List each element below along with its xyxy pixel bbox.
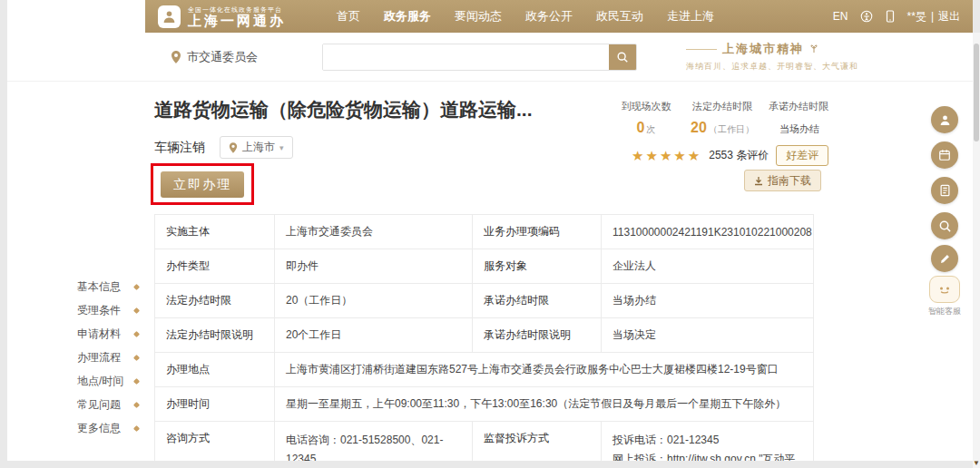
anchor-item-basic-info[interactable]: 基本信息 bbox=[77, 275, 139, 298]
calendar-float-button[interactable] bbox=[931, 141, 958, 169]
search-float-button[interactable] bbox=[931, 212, 958, 239]
bullet-icon bbox=[133, 283, 140, 289]
table-row: 法定办结时限 20（工作日） 承诺办结时限 当场办结 bbox=[155, 284, 814, 318]
search-icon bbox=[938, 219, 952, 233]
location-pin-icon bbox=[229, 142, 238, 153]
divider: | bbox=[931, 10, 934, 23]
bullet-icon bbox=[133, 330, 140, 336]
pencil-icon bbox=[939, 253, 951, 265]
star-rating: ★★★★★ bbox=[632, 148, 701, 164]
city-spirit-title-row: 上海城市精神 bbox=[686, 41, 904, 57]
scrollbar-thumb[interactable] bbox=[974, 44, 979, 141]
anchor-item-process[interactable]: 办理流程 bbox=[77, 346, 139, 369]
sprout-icon bbox=[809, 44, 818, 54]
bullet-icon bbox=[133, 377, 140, 384]
region-value: 上海市 bbox=[242, 140, 275, 155]
service-subrow: 车辆注销 上海市 ▾ bbox=[154, 136, 293, 159]
site-logo[interactable]: 全国一体化在线政务服务平台 上海一网通办 bbox=[145, 5, 286, 28]
anchor-nav: 基本信息 受理条件 申请材料 办理流程 地点/时间 常见问题 更多信息 bbox=[77, 275, 139, 440]
form-float-button[interactable] bbox=[931, 177, 958, 204]
table-row: 办件类型 即办件 服务对象 企业法人 bbox=[155, 249, 814, 284]
sub-header: 市交通委员会 上海城市精神 海纳百川、追求卓越、开明睿智、大气谦和 bbox=[7, 33, 973, 82]
document-icon bbox=[939, 184, 951, 197]
screen: 全国一体化在线政务服务平台 上海一网通办 首页 政务服务 要闻动态 政务公开 政… bbox=[0, 0, 980, 468]
metric-statutory-limit: 法定办结时限 20（工作日） bbox=[684, 100, 760, 136]
table-row: 法定办结时限说明 20个工作日 承诺办结时限说明 当场决定 bbox=[155, 318, 814, 353]
chevron-down-icon: ▾ bbox=[279, 143, 284, 152]
search-button[interactable] bbox=[609, 44, 636, 70]
main-nav: 首页 政务服务 要闻动态 政务公开 政民互动 走进上海 bbox=[337, 8, 714, 24]
robot-face-icon bbox=[929, 276, 960, 303]
search-icon bbox=[616, 51, 629, 63]
calendar-icon bbox=[938, 149, 951, 161]
scroll-down-button[interactable]: ▼ bbox=[973, 457, 980, 468]
user-float-button[interactable] bbox=[931, 106, 958, 133]
site-name: 上海一网通办 bbox=[188, 14, 286, 28]
nav-item-disclosure[interactable]: 政务公开 bbox=[525, 8, 573, 24]
accessibility-icon[interactable] bbox=[860, 10, 873, 23]
city-spirit-text: 海纳百川、追求卓越、开明睿智、大气谦和 bbox=[686, 61, 904, 73]
lang-toggle[interactable]: EN bbox=[833, 10, 848, 23]
search-box bbox=[322, 44, 637, 71]
table-row: 办理地点 上海市黄浦区打浦桥街道建国东路527号上海市交通委员会行政服务中心巴士… bbox=[155, 353, 814, 387]
username[interactable]: **旻 bbox=[907, 9, 926, 24]
nav-item-services[interactable]: 政务服务 bbox=[384, 8, 431, 24]
department-label: 市交通委员会 bbox=[171, 49, 258, 65]
location-pin-icon bbox=[171, 51, 181, 63]
header-right: EN **旻 | 退出 bbox=[833, 9, 973, 24]
region-selector[interactable]: 上海市 ▾ bbox=[220, 136, 293, 159]
nav-item-about[interactable]: 走进上海 bbox=[667, 8, 714, 24]
bullet-icon bbox=[133, 307, 140, 313]
service-info-table: 实施主体 上海市交通委员会 业务办理项编码 11310000002421191K… bbox=[154, 214, 814, 461]
metric-visits: 到现场次数 0次 bbox=[608, 100, 684, 136]
anchor-item-faq[interactable]: 常见问题 bbox=[77, 393, 139, 416]
service-sub-item: 车辆注销 bbox=[154, 140, 205, 156]
nav-item-interaction[interactable]: 政民互动 bbox=[596, 8, 643, 24]
nav-item-home[interactable]: 首页 bbox=[337, 8, 360, 24]
search-input[interactable] bbox=[323, 44, 609, 70]
logo-text: 全国一体化在线政务服务平台 上海一网通办 bbox=[188, 5, 286, 28]
bullet-icon bbox=[133, 401, 140, 407]
user-icon bbox=[938, 113, 952, 127]
scrollbar[interactable] bbox=[973, 33, 980, 468]
review-button[interactable]: 好差评 bbox=[776, 145, 828, 166]
anchor-item-acceptance[interactable]: 受理条件 bbox=[77, 298, 139, 322]
review-count: 2553 条评价 bbox=[709, 148, 769, 163]
edit-float-button[interactable] bbox=[931, 245, 958, 272]
anchor-item-location-time[interactable]: 地点/时间 bbox=[77, 369, 139, 393]
anchor-item-more[interactable]: 更多信息 bbox=[77, 416, 139, 440]
download-icon bbox=[754, 176, 763, 186]
department-name: 市交通委员会 bbox=[187, 49, 258, 65]
page: 全国一体化在线政务服务平台 上海一网通办 首页 政务服务 要闻动态 政务公开 政… bbox=[7, 0, 973, 461]
metric-promised-limit: 承诺办结时限 当场办结 bbox=[760, 100, 837, 136]
city-spirit: 上海城市精神 海纳百川、追求卓越、开明睿智、大气谦和 bbox=[686, 41, 904, 73]
smart-service-label: 智能客服 bbox=[924, 306, 965, 317]
user-area: **旻 | 退出 bbox=[907, 9, 960, 24]
guide-download-button[interactable]: 指南下载 bbox=[744, 170, 821, 191]
anchor-item-materials[interactable]: 申请材料 bbox=[77, 322, 139, 346]
bullet-icon bbox=[133, 424, 140, 431]
smart-service-button[interactable]: 智能客服 bbox=[924, 276, 965, 317]
logout-button[interactable]: 退出 bbox=[938, 9, 960, 24]
service-title: 道路货物运输（除危险货物运输）道路运输... bbox=[154, 97, 608, 122]
table-row: 实施主体 上海市交通委员会 业务办理项编码 11310000002421191K… bbox=[155, 215, 814, 249]
decorative-dash bbox=[686, 49, 717, 50]
service-metrics: 到现场次数 0次 法定办结时限 20（工作日） 承诺办结时限 当场办结 bbox=[608, 100, 837, 136]
table-row: 咨询方式 电话咨询：021-51528500、021-12345 窗口咨询：上海… bbox=[155, 422, 814, 462]
bullet-icon bbox=[133, 354, 140, 360]
mobile-app-icon[interactable] bbox=[885, 10, 896, 23]
apply-now-button[interactable]: 立即办理 bbox=[161, 171, 244, 198]
logo-icon bbox=[158, 5, 181, 28]
city-spirit-title: 上海城市精神 bbox=[722, 41, 804, 57]
table-row: 办理时间 星期一至星期五，上午09:00至11:30，下午13:00至16:30… bbox=[155, 387, 814, 422]
rating-row: ★★★★★ 2553 条评价 好差评 bbox=[632, 145, 828, 166]
top-header: 全国一体化在线政务服务平台 上海一网通办 首页 政务服务 要闻动态 政务公开 政… bbox=[145, 0, 973, 33]
nav-item-news[interactable]: 要闻动态 bbox=[455, 8, 502, 24]
